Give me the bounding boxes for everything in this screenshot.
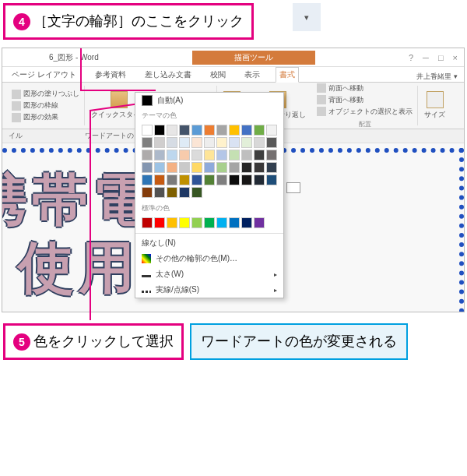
shape-outline[interactable]: 図形の枠線 xyxy=(12,100,79,111)
color-swatch[interactable] xyxy=(142,150,153,160)
color-swatch[interactable] xyxy=(154,217,165,228)
text-outline-dropdown-button[interactable]: ▾ xyxy=(293,3,321,31)
color-swatch[interactable] xyxy=(179,217,190,228)
color-swatch[interactable] xyxy=(216,150,227,160)
no-outline-item[interactable]: 線なし(N) xyxy=(135,235,283,251)
tab-review[interactable]: 校閲 xyxy=(207,68,229,82)
color-swatch[interactable] xyxy=(229,175,240,185)
color-swatch[interactable] xyxy=(216,137,227,148)
color-swatch[interactable] xyxy=(266,137,277,148)
color-swatch[interactable] xyxy=(204,162,215,173)
color-swatch[interactable] xyxy=(204,137,215,148)
dashes-item[interactable]: 実線/点線(S)▸ xyxy=(135,282,283,298)
color-swatch[interactable] xyxy=(191,150,202,160)
more-colors-item[interactable]: その他の輪郭の色(M)… xyxy=(135,251,283,266)
maximize-icon[interactable]: □ xyxy=(438,53,444,62)
color-swatch[interactable] xyxy=(142,137,153,148)
selection-pane[interactable]: オブジェクトの選択と表示 xyxy=(317,107,413,117)
color-swatch[interactable] xyxy=(179,175,190,185)
color-swatch[interactable] xyxy=(229,137,240,148)
tab-view[interactable]: 表示 xyxy=(241,68,263,82)
color-swatch[interactable] xyxy=(154,137,165,148)
color-swatch[interactable] xyxy=(167,175,177,185)
color-swatch[interactable] xyxy=(254,125,265,136)
tab-mailings[interactable]: 差し込み文書 xyxy=(142,68,195,82)
color-swatch[interactable] xyxy=(241,175,252,185)
bring-forward[interactable]: 前面へ移動 xyxy=(317,83,413,93)
color-swatch[interactable] xyxy=(154,187,165,198)
layout-options-icon[interactable] xyxy=(286,182,300,193)
text-outline-color-popup: 自動(A) テーマの色 標準の色 線なし(N) その他の輪郭の色(M)… 太さ(… xyxy=(135,92,284,298)
theme-colors-label: テーマの色 xyxy=(135,108,283,123)
color-swatch[interactable] xyxy=(142,175,153,185)
color-swatch[interactable] xyxy=(167,162,177,173)
color-swatch[interactable] xyxy=(142,162,153,173)
color-swatch[interactable] xyxy=(179,150,190,160)
color-swatch[interactable] xyxy=(241,137,252,148)
color-swatch[interactable] xyxy=(142,125,153,136)
account-name[interactable]: 井上香緒里 ▾ xyxy=(416,72,464,82)
color-swatch[interactable] xyxy=(179,187,190,198)
size-group[interactable]: サイズ xyxy=(421,91,448,120)
color-swatch[interactable] xyxy=(167,187,177,198)
color-swatch[interactable] xyxy=(154,162,165,173)
color-swatch[interactable] xyxy=(191,137,202,148)
color-swatch[interactable] xyxy=(266,162,277,173)
send-backward[interactable]: 背面へ移動 xyxy=(317,95,413,105)
color-swatch[interactable] xyxy=(179,162,190,173)
color-swatch[interactable] xyxy=(254,150,265,160)
shape-effects[interactable]: 図形の効果 xyxy=(12,112,79,122)
help-icon[interactable]: ? xyxy=(409,53,413,62)
color-swatch[interactable] xyxy=(266,125,277,136)
weight-item[interactable]: 太さ(W)▸ xyxy=(135,266,283,282)
color-swatch[interactable] xyxy=(191,175,202,185)
color-swatch[interactable] xyxy=(167,125,177,136)
color-swatch[interactable] xyxy=(204,150,215,160)
color-swatch[interactable] xyxy=(229,150,240,160)
color-swatch[interactable] xyxy=(167,217,177,228)
color-swatch[interactable] xyxy=(229,162,240,173)
color-swatch[interactable] xyxy=(142,217,153,228)
color-swatch[interactable] xyxy=(254,162,265,173)
color-swatch[interactable] xyxy=(204,217,215,228)
color-swatch[interactable] xyxy=(241,150,252,160)
tab-references[interactable]: 参考資料 xyxy=(92,68,129,82)
callout-5-text: 色をクリックして選択 xyxy=(33,333,174,349)
color-swatch[interactable] xyxy=(204,125,215,136)
color-swatch[interactable] xyxy=(216,125,227,136)
color-swatch[interactable] xyxy=(216,162,227,173)
color-swatch[interactable] xyxy=(241,125,252,136)
color-swatch[interactable] xyxy=(154,125,165,136)
color-swatch[interactable] xyxy=(229,217,240,228)
color-swatch[interactable] xyxy=(229,125,240,136)
color-swatch[interactable] xyxy=(191,125,202,136)
color-swatch[interactable] xyxy=(254,137,265,148)
tab-format[interactable]: 書式 xyxy=(276,67,299,83)
color-swatch[interactable] xyxy=(191,187,202,198)
tab-layout[interactable]: ページ レイアウト xyxy=(9,68,79,82)
color-swatch[interactable] xyxy=(191,217,202,228)
auto-swatch xyxy=(142,95,153,106)
auto-color-item[interactable]: 自動(A) xyxy=(135,93,283,108)
color-swatch[interactable] xyxy=(241,162,252,173)
color-swatch[interactable] xyxy=(216,175,227,185)
tool-title: 描画ツール xyxy=(192,51,315,65)
color-swatch[interactable] xyxy=(254,217,265,228)
color-swatch[interactable] xyxy=(241,217,252,228)
color-swatch[interactable] xyxy=(266,175,277,185)
color-swatch[interactable] xyxy=(142,187,153,198)
color-swatch[interactable] xyxy=(167,150,177,160)
color-swatch[interactable] xyxy=(266,150,277,160)
color-swatch[interactable] xyxy=(167,137,177,148)
color-swatch[interactable] xyxy=(191,162,202,173)
color-swatch[interactable] xyxy=(154,150,165,160)
color-swatch[interactable] xyxy=(216,217,227,228)
color-swatch[interactable] xyxy=(254,175,265,185)
close-icon[interactable]: × xyxy=(453,53,458,62)
color-swatch[interactable] xyxy=(179,125,190,136)
minimize-icon[interactable]: ─ xyxy=(423,53,429,62)
color-swatch[interactable] xyxy=(179,137,190,148)
shape-fill[interactable]: 図形の塗りつぶし xyxy=(12,89,79,99)
color-swatch[interactable] xyxy=(204,175,215,185)
color-swatch[interactable] xyxy=(154,175,165,185)
